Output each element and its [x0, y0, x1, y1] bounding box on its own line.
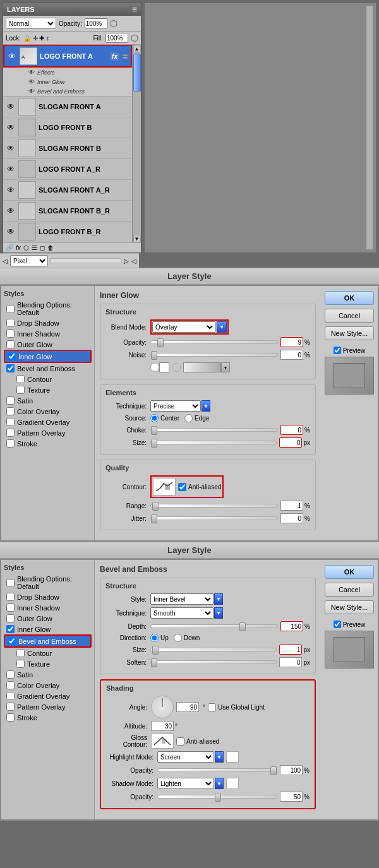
gradient-arrow[interactable]: ▼ — [221, 362, 230, 372]
scroll-up-arrow[interactable]: ▲ — [133, 45, 141, 52]
highlight-arrow[interactable]: ▼ — [215, 751, 224, 763]
option-inner-shadow[interactable]: Inner Shadow — [4, 328, 92, 339]
gloss-contour-thumb[interactable] — [151, 734, 174, 749]
shadow-opacity-input[interactable] — [280, 792, 303, 802]
bevel-option-drop-shadow[interactable]: Drop Shadow — [4, 592, 92, 602]
b-inner-glow-checkbox[interactable] — [6, 625, 15, 633]
noise-thumb[interactable] — [151, 351, 157, 360]
cancel-button[interactable]: Cancel — [325, 309, 374, 323]
blending-checkbox[interactable] — [6, 305, 15, 313]
preview-checkbox[interactable] — [334, 347, 341, 354]
opacity-input[interactable] — [280, 337, 303, 347]
highlight-opacity-input[interactable] — [280, 765, 303, 775]
option-pattern-overlay[interactable]: Pattern Overlay — [4, 427, 92, 438]
style-arrow[interactable]: ▼ — [214, 593, 223, 605]
option-inner-glow[interactable]: Inner Glow — [4, 350, 92, 363]
choke-slider[interactable] — [150, 428, 278, 432]
canvas-scrollbar[interactable] — [366, 6, 373, 250]
technique-arrow[interactable]: ▼ — [214, 607, 223, 619]
color-swatch[interactable] — [159, 362, 169, 372]
b-bevel-emboss-checkbox[interactable] — [8, 637, 16, 645]
highlight-opacity-slider[interactable] — [157, 768, 277, 772]
b-outer-glow-checkbox[interactable] — [6, 614, 15, 622]
option-stroke[interactable]: Stroke — [4, 438, 92, 449]
soften-slider[interactable] — [150, 660, 277, 664]
shadow-mode-select[interactable]: Lighten — [157, 778, 214, 789]
bevel-technique-select[interactable]: Smooth — [150, 607, 214, 619]
ok-button[interactable]: OK — [325, 291, 374, 305]
bevel-option-inner-glow[interactable]: Inner Glow — [4, 624, 92, 634]
soften-input[interactable] — [279, 657, 302, 667]
highlight-color-swatch[interactable] — [226, 751, 239, 763]
blend-mode-select[interactable]: Normal — [6, 18, 56, 29]
shadow-arrow[interactable]: ▼ — [215, 778, 224, 789]
b-contour-checkbox[interactable] — [16, 649, 25, 657]
option-color-overlay[interactable]: Color Overlay — [4, 406, 92, 417]
technique-select[interactable]: Precise — [150, 400, 201, 412]
b-pattern-overlay-checkbox[interactable] — [6, 703, 15, 711]
blend-mode-select[interactable]: Overlay — [152, 321, 215, 333]
bevel-preview-checkbox[interactable] — [334, 621, 341, 628]
b-satin-checkbox[interactable] — [6, 670, 15, 679]
pattern-overlay-checkbox[interactable] — [6, 429, 15, 437]
eye-icon[interactable]: 👁 — [6, 185, 16, 195]
shadow-opacity-slider[interactable] — [157, 795, 277, 799]
opacity-thumb[interactable] — [157, 338, 164, 347]
gloss-anti-alias-checkbox[interactable] — [176, 737, 184, 746]
noise-slider[interactable] — [150, 353, 278, 357]
bevel-size-slider[interactable] — [150, 648, 277, 651]
layer-item[interactable]: 👁 SLOGAN FRONT A — [3, 97, 132, 117]
new-style-button[interactable]: New Style... — [325, 326, 374, 340]
bevel-ok-button[interactable]: OK — [325, 565, 374, 579]
bevel-option-blending[interactable]: Blending Options: Default — [4, 574, 92, 592]
inner-shadow-checkbox[interactable] — [6, 330, 15, 338]
jitter-slider[interactable] — [150, 516, 278, 520]
range-input[interactable] — [280, 501, 303, 511]
range-slider[interactable] — [150, 504, 278, 508]
size-input[interactable] — [279, 437, 302, 448]
angle-input[interactable] — [176, 702, 199, 712]
gradient-radio[interactable] — [172, 363, 181, 372]
gradient-overlay-checkbox[interactable] — [6, 418, 15, 426]
option-blending[interactable]: Blending Options: Default — [4, 300, 92, 318]
global-light-checkbox[interactable] — [208, 703, 216, 711]
technique-arrow[interactable]: ▼ — [202, 400, 210, 412]
blend-mode-arrow[interactable]: ▼ — [217, 321, 227, 333]
color-overlay-checkbox[interactable] — [6, 407, 15, 415]
solid-radio[interactable] — [150, 363, 159, 372]
layer-item[interactable]: 👁 SLOGAN FRONT A_R — [3, 180, 132, 201]
eye-icon[interactable]: 👁 — [6, 227, 16, 237]
source-center-radio[interactable] — [150, 414, 159, 422]
bevel-new-style-button[interactable]: New Style... — [325, 600, 374, 614]
source-edge-radio[interactable] — [184, 414, 193, 422]
option-outer-glow[interactable]: Outer Glow — [4, 339, 92, 350]
noise-input[interactable] — [280, 350, 303, 360]
scrollbar[interactable]: ▲ ▼ — [132, 45, 141, 242]
pixel-slider[interactable] — [51, 258, 121, 263]
stroke-checkbox[interactable] — [6, 439, 15, 448]
depth-input[interactable] — [280, 621, 303, 631]
size-slider[interactable] — [150, 441, 277, 444]
b-blending-checkbox[interactable] — [6, 579, 15, 587]
option-drop-shadow[interactable]: Drop Shadow — [4, 318, 92, 328]
bevel-option-contour[interactable]: Contour — [4, 648, 92, 658]
angle-dial[interactable] — [151, 696, 174, 718]
scroll-thumb[interactable] — [133, 54, 141, 92]
contour-thumbnail[interactable] — [153, 478, 176, 496]
b-color-overlay-checkbox[interactable] — [6, 681, 15, 689]
b-stroke-checkbox[interactable] — [6, 713, 15, 722]
anti-alias-checkbox[interactable] — [178, 483, 186, 491]
bevel-size-input[interactable] — [279, 645, 302, 655]
bevel-option-outer-glow[interactable]: Outer Glow — [4, 613, 92, 624]
eye-icon[interactable]: 👁 — [6, 164, 16, 174]
bevel-emboss-checkbox[interactable] — [6, 364, 15, 372]
pixel-mode-select[interactable]: Pixel — [10, 255, 48, 266]
bevel-option-bevel-emboss[interactable]: Bevel and Emboss — [4, 634, 92, 648]
direction-down-radio[interactable] — [174, 634, 182, 642]
layer-item[interactable]: 👁 SLOGAN FRONT B — [3, 138, 132, 159]
direction-up-radio[interactable] — [150, 634, 159, 642]
bevel-option-color-overlay[interactable]: Color Overlay — [4, 680, 92, 691]
shadow-color-swatch[interactable] — [226, 778, 239, 789]
bevel-style-select[interactable]: Inner Bevel — [150, 593, 214, 605]
bevel-option-stroke[interactable]: Stroke — [4, 712, 92, 723]
